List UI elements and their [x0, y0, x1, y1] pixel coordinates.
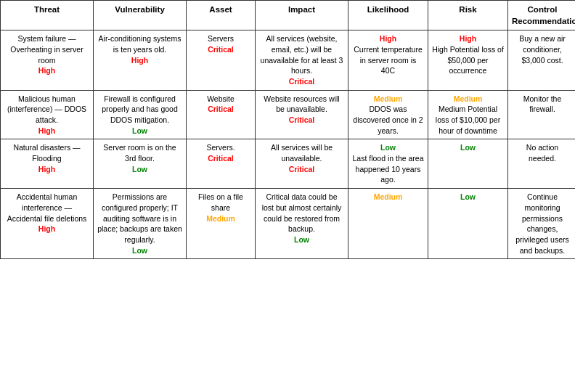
control-text: Monitor the firewall.: [523, 94, 562, 114]
header-row: Threat Vulnerability Asset Impact Likeli…: [1, 1, 576, 30]
header-control: ControlRecommendations: [508, 1, 576, 30]
asset-text: Servers.: [206, 143, 235, 152]
vuln-text: Permissions are configured properly; IT …: [97, 192, 182, 244]
table-cell: Files on a file share Medium: [187, 189, 256, 259]
table-cell: Permissions are configured properly; IT …: [94, 189, 187, 259]
table-cell: Low: [428, 189, 508, 259]
likelihood-level: High: [380, 34, 396, 43]
risk-table: Threat Vulnerability Asset Impact Likeli…: [0, 0, 575, 259]
control-text: Buy a new air conditioner, $3,000 cost.: [519, 34, 566, 64]
table-cell: MediumMedium Potential loss of $10,000 p…: [428, 90, 508, 139]
table-cell: Servers Critical: [187, 30, 256, 90]
risk-level: Low: [460, 143, 476, 152]
table-cell: Accidental human interference — Accident…: [1, 189, 94, 259]
threat-text: Accidental human interference — Accident…: [7, 192, 87, 222]
asset-level: Medium: [206, 214, 235, 223]
table-cell: MediumDDOS was discovered once in 2 year…: [348, 90, 428, 139]
vuln-text: Air-conditioning systems is ten years ol…: [99, 34, 182, 54]
asset-level: Critical: [208, 45, 234, 54]
vuln-text: Firewall is configured properly and has …: [102, 94, 178, 124]
control-text: No action needed.: [526, 143, 558, 163]
likelihood-level: Medium: [374, 94, 403, 103]
vuln-level: High: [131, 56, 148, 65]
threat-text: System failure — Overheating in server r…: [10, 34, 83, 64]
table-cell: HighHigh Potential loss of $50,000 per o…: [428, 30, 508, 90]
asset-level: Critical: [208, 154, 234, 163]
table-cell: Buy a new air conditioner, $3,000 cost.: [508, 30, 576, 90]
table-cell: Monitor the firewall.: [508, 90, 576, 139]
vuln-text: Server room is on the 3rd floor.: [103, 143, 176, 163]
table-cell: Low: [428, 139, 508, 189]
table-row: Accidental human interference — Accident…: [1, 189, 576, 259]
impact-level: Critical: [289, 115, 315, 124]
table-cell: Website Critical: [187, 90, 256, 139]
likelihood-text: DDOS was discovered once in 2 years.: [353, 105, 423, 134]
table-cell: Server room is on the 3rd floor. Low: [94, 139, 187, 189]
threat-text: Natural disasters — Flooding: [13, 143, 80, 163]
vuln-level: Low: [132, 126, 147, 135]
header-likelihood: Likelihood: [348, 1, 428, 30]
impact-level: Critical: [289, 77, 315, 86]
impact-level: Low: [294, 235, 309, 244]
threat-level: High: [38, 126, 55, 135]
header-impact: Impact: [256, 1, 348, 30]
impact-text: Website resources will be unavailable.: [264, 94, 339, 114]
header-risk: Risk: [428, 1, 508, 30]
vuln-level: Low: [132, 246, 147, 255]
header-vulnerability: Vulnerability: [94, 1, 187, 30]
asset-level: Critical: [208, 105, 234, 113]
threat-text: Malicious human (interference) — DDOS at…: [7, 94, 86, 124]
risk-level: Medium: [454, 94, 483, 103]
table-cell: All services (website, email, etc.) will…: [256, 30, 348, 90]
risk-text: Medium Potential loss of $10,000 per hou…: [436, 105, 500, 134]
table-cell: Website resources will be unavailable. C…: [256, 90, 348, 139]
control-text: Continue monitoring permissions changes,…: [515, 192, 569, 254]
asset-text: Website: [207, 94, 235, 103]
risk-level: Low: [460, 192, 476, 201]
likelihood-level: Low: [380, 143, 396, 152]
table-cell: Firewall is configured properly and has …: [94, 90, 187, 139]
likelihood-level: Medium: [374, 192, 403, 201]
asset-text: Servers: [208, 34, 234, 43]
table-cell: HighCurrent temperature in server room i…: [348, 30, 428, 90]
table-cell: Continue monitoring permissions changes,…: [508, 189, 576, 259]
table-cell: Servers. Critical: [187, 139, 256, 189]
threat-level: High: [38, 224, 55, 233]
impact-text: All services (website, email, etc.) will…: [261, 34, 343, 75]
table-cell: Medium: [348, 189, 428, 259]
header-asset: Asset: [187, 1, 256, 30]
impact-text: Critical data could be lost but almost c…: [262, 192, 342, 233]
table-cell: Malicious human (interference) — DDOS at…: [1, 90, 94, 139]
impact-text: All services will be unavailable.: [271, 143, 333, 163]
impact-level: Critical: [289, 165, 315, 173]
threat-level: High: [38, 66, 55, 75]
table-cell: LowLast flood in the area happened 10 ye…: [348, 139, 428, 189]
likelihood-text: Last flood in the area happened 10 years…: [352, 154, 423, 184]
likelihood-text: Current temperature in server room is 40…: [354, 45, 423, 75]
threat-level: High: [38, 165, 55, 173]
table-row: Malicious human (interference) — DDOS at…: [1, 90, 576, 139]
table-cell: System failure — Overheating in server r…: [1, 30, 94, 90]
asset-text: Files on a file share: [198, 192, 243, 212]
table-cell: All services will be unavailable. Critic…: [256, 139, 348, 189]
header-threat: Threat: [1, 1, 94, 30]
vuln-level: Low: [132, 165, 147, 173]
table-row: Natural disasters — Flooding HighServer …: [1, 139, 576, 189]
risk-level: High: [460, 34, 476, 43]
table-row: System failure — Overheating in server r…: [1, 30, 576, 90]
table-cell: No action needed.: [508, 139, 576, 189]
risk-text: High Potential loss of $50,000 per occur…: [432, 45, 504, 75]
table-cell: Natural disasters — Flooding High: [1, 139, 94, 189]
table-cell: Critical data could be lost but almost c…: [256, 189, 348, 259]
table-cell: Air-conditioning systems is ten years ol…: [94, 30, 187, 90]
